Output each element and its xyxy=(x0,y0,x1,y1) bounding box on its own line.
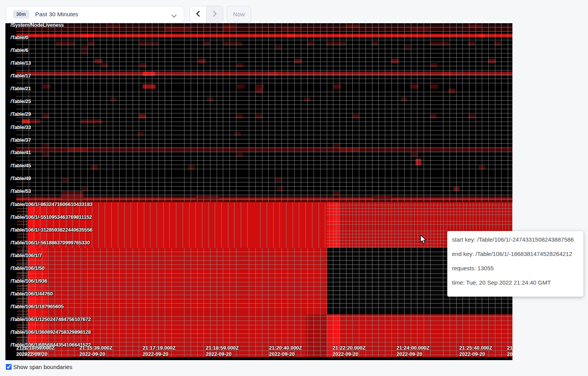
heatmap-cell xyxy=(207,97,214,101)
heatmap-cell xyxy=(333,191,340,196)
heatmap-cell xyxy=(91,165,98,170)
heatmap-cell xyxy=(81,187,88,191)
heatmap-cell xyxy=(62,191,83,196)
heatmap-cell xyxy=(30,119,40,124)
heatmap-cell xyxy=(198,59,206,63)
heatmap-region-hot-stripe-mid-top-2 xyxy=(333,202,340,248)
heatmap-region-hot-stripe-mid-top-1 xyxy=(327,202,333,248)
heatmap-cell xyxy=(479,165,485,170)
heatmap-cell xyxy=(488,59,496,63)
heatmap-region-hot-zone-fine xyxy=(47,248,327,357)
heatmap-cell xyxy=(454,187,459,191)
heatmap-cell xyxy=(429,41,449,46)
heatmap-cell xyxy=(468,41,475,46)
heatmap-cell xyxy=(223,24,236,31)
heatmap-region-warm-columns-below-block xyxy=(306,314,327,357)
row-label: /Table/106/1/187965605 xyxy=(10,304,64,310)
row-label: /Table/106/1/-3128593822440635556 xyxy=(10,227,92,233)
heatmap-cell xyxy=(411,84,419,89)
row-label: /Table/41 xyxy=(10,149,31,156)
x-axis-label: 21:18:59.000Z2022-09-20 xyxy=(206,345,239,357)
row-label: /Table/17 xyxy=(10,73,31,79)
row-label: /Table/106/1/936 xyxy=(10,278,47,284)
tooltip-requests: requests: 13055 xyxy=(452,265,579,271)
heatmap-cell xyxy=(430,114,436,118)
heatmap-cell xyxy=(269,72,278,76)
heatmap-cell xyxy=(81,50,88,55)
row-label: /Table/21 xyxy=(10,86,31,92)
chevron-down-icon xyxy=(171,13,177,20)
row-label: /Table/106/1/-5510953463769811152 xyxy=(10,214,92,220)
heatmap-cell xyxy=(139,41,159,46)
row-label: /Table/0 xyxy=(10,34,28,41)
heatmap-cell xyxy=(416,159,421,165)
heatmap-cell xyxy=(404,46,410,50)
time-range-label: Past 30 Minutes xyxy=(35,11,78,18)
heatmap-cell xyxy=(143,84,155,89)
grid-overlay xyxy=(16,23,512,202)
heatmap-cell xyxy=(326,41,346,46)
time-nav-group xyxy=(190,6,223,23)
tooltip-start-key: start key: /Table/106/1/-247433150824388… xyxy=(452,237,579,243)
x-axis-label: 21:24:00.000Z2022-09-20 xyxy=(397,345,429,357)
heatmap-cell xyxy=(62,196,83,202)
heatmap-cell xyxy=(275,46,281,50)
row-label: /Table/106/1/-561886370999765330 xyxy=(10,240,90,246)
heatmap-cell xyxy=(255,114,262,118)
heatmap-cell xyxy=(391,59,399,63)
heatmap-region-band-pre-table106-hot xyxy=(16,197,512,201)
x-axis-label: 21:20:40.000Z2022-09-20 xyxy=(269,345,302,357)
show-span-boundaries-label[interactable]: Show span boundaries xyxy=(13,364,72,370)
next-time-button[interactable] xyxy=(207,6,223,22)
row-label: /Table/13 xyxy=(10,60,31,66)
toolbar: 30m Past 30 Minutes Now xyxy=(0,0,588,23)
row-label: /Table/45 xyxy=(10,163,31,169)
heatmap-cell xyxy=(234,132,241,136)
heatmap-cell xyxy=(110,97,117,101)
heatmap-cell xyxy=(236,153,243,157)
heatmap-cell xyxy=(277,187,283,191)
heatmap-cell xyxy=(68,148,88,152)
row-label: /System/NodeLiveness xyxy=(10,23,64,28)
heatmap-canvas[interactable]: /System/NodeLiveness/Table/0/Table/6/Tab… xyxy=(5,23,512,360)
heatmap-cell xyxy=(137,132,144,136)
row-label: /Table/106/1/50 xyxy=(10,265,45,271)
row-label: /Table/49 xyxy=(10,175,31,182)
heatmap-cell xyxy=(195,196,219,202)
heatmap-cell xyxy=(81,34,94,38)
heatmap-cell xyxy=(81,119,102,124)
heatmap-cell xyxy=(307,41,314,46)
heatmap-cell xyxy=(43,143,49,148)
heatmap-cell xyxy=(256,84,264,89)
show-span-boundaries-checkbox[interactable] xyxy=(6,364,12,370)
heatmap-cell xyxy=(43,84,50,89)
x-axis-label: 21:15:39.000Z2022-09-20 xyxy=(79,345,112,357)
row-label: /Table/33 xyxy=(10,124,31,130)
heatmap-region-band-nodeliveness xyxy=(16,24,512,31)
heatmap-cell xyxy=(143,72,155,76)
heatmap-cell xyxy=(188,165,195,170)
heatmap-cell xyxy=(430,84,438,89)
x-axis-label: 21:27:20.000Z2022-09-20 xyxy=(507,345,512,357)
chevron-right-icon xyxy=(212,10,217,18)
heatmap-cell xyxy=(237,84,245,89)
heatmap-cell xyxy=(333,84,341,89)
heatmap-cell xyxy=(304,97,310,101)
prev-time-button[interactable] xyxy=(190,6,206,22)
row-label: /Table/106/1/3608924758329898128 xyxy=(10,329,91,335)
time-range-badge: 30m xyxy=(13,10,29,19)
heatmap-cell xyxy=(401,97,407,101)
key-visualizer-page: { "toolbar": { "time_badge": "30m", "tim… xyxy=(0,0,588,376)
heatmap-cell xyxy=(469,114,475,118)
heatmap-cell xyxy=(371,41,378,46)
heatmap-cell xyxy=(165,27,190,31)
now-button[interactable]: Now xyxy=(227,6,251,23)
heatmap-cell xyxy=(256,89,263,93)
heatmap-cell xyxy=(62,178,69,182)
span-boundaries-control: Show span boundaries xyxy=(6,364,72,370)
heatmap-cell xyxy=(352,114,359,118)
heatmap-cell xyxy=(410,27,429,31)
row-label: /Table/37 xyxy=(10,137,31,143)
row-label: /Table/25 xyxy=(10,98,31,105)
time-range-dropdown[interactable]: 30m Past 30 Minutes xyxy=(6,6,184,23)
